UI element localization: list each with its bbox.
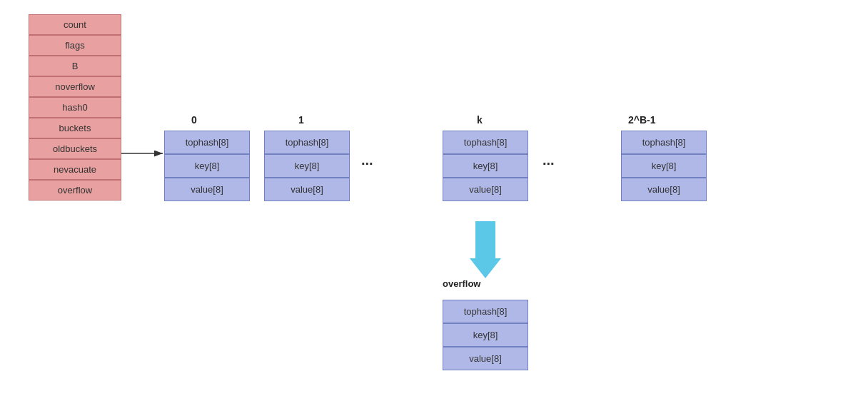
struct-cell-count: count	[29, 14, 121, 35]
bucket-label-0: 0	[191, 114, 197, 126]
arrow-tip	[470, 258, 501, 278]
bucket-0-key: key[8]	[164, 154, 250, 178]
struct-left: count flags B noverflow hash0 buckets ol…	[29, 14, 121, 201]
overflow-bucket: tophash[8] key[8] value[8]	[443, 300, 528, 370]
bucket-k-tophash: tophash[8]	[443, 131, 528, 154]
bucket-group-last: tophash[8] key[8] value[8]	[621, 131, 707, 201]
bucket-k-value: value[8]	[443, 178, 528, 201]
overflow-arrow	[470, 221, 501, 278]
bucket-k-key: key[8]	[443, 154, 528, 178]
bucket-last-tophash: tophash[8]	[621, 131, 707, 154]
bucket-label-1: 1	[298, 114, 304, 126]
bucket-1-tophash: tophash[8]	[264, 131, 350, 154]
diagram-container: count flags B noverflow hash0 buckets ol…	[0, 0, 868, 411]
bucket-last-key: key[8]	[621, 154, 707, 178]
connectors-svg	[0, 0, 868, 411]
bucket-0-value: value[8]	[164, 178, 250, 201]
bucket-label-k: k	[477, 114, 483, 126]
bucket-last-value: value[8]	[621, 178, 707, 201]
bucket-0-tophash: tophash[8]	[164, 131, 250, 154]
dots-2: ···	[542, 156, 555, 172]
struct-cell-b: B	[29, 56, 121, 76]
struct-cell-noverflow: noverflow	[29, 76, 121, 97]
bucket-1-key: key[8]	[264, 154, 350, 178]
overflow-text-label: overflow	[443, 278, 480, 289]
bucket-group-k: tophash[8] key[8] value[8]	[443, 131, 528, 201]
overflow-value: value[8]	[443, 347, 528, 370]
bucket-label-last: 2^B-1	[628, 114, 656, 126]
struct-cell-overflow: overflow	[29, 180, 121, 201]
overflow-key: key[8]	[443, 323, 528, 347]
struct-cell-nevacuate: nevacuate	[29, 159, 121, 180]
bucket-1-value: value[8]	[264, 178, 350, 201]
struct-cell-buckets: buckets	[29, 118, 121, 138]
struct-cell-oldbuckets: oldbuckets	[29, 138, 121, 159]
struct-cell-hash0: hash0	[29, 97, 121, 118]
dots-1: ···	[361, 156, 373, 172]
overflow-tophash: tophash[8]	[443, 300, 528, 323]
bucket-group-0: tophash[8] key[8] value[8]	[164, 131, 250, 201]
struct-cell-flags: flags	[29, 35, 121, 56]
arrow-shaft	[475, 221, 495, 258]
bucket-group-1: tophash[8] key[8] value[8]	[264, 131, 350, 201]
